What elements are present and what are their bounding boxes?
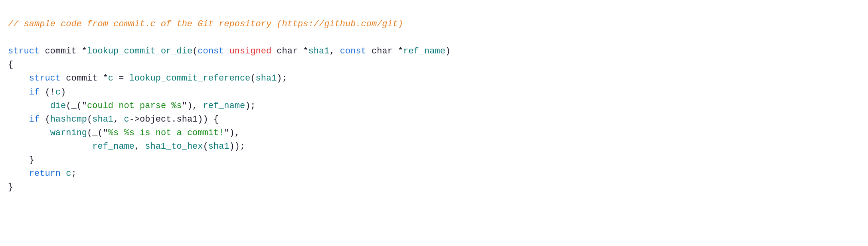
if-keyword-2: if	[29, 114, 40, 124]
func-lookup-commit-ref: lookup_commit_reference	[129, 73, 251, 83]
param-sha1-3: sha1	[92, 114, 113, 124]
open-brace: {	[8, 60, 13, 70]
const-keyword-1: const	[198, 46, 224, 56]
var-c-3: c	[124, 114, 129, 124]
param-sha1-1: sha1	[308, 46, 330, 56]
normal-text-4: (	[40, 114, 50, 124]
normal-paren-7: "),	[182, 101, 203, 111]
func-warning: warning	[50, 128, 87, 138]
normal-arrow: ->object.sha1)) {	[129, 114, 219, 124]
normal-paren-4: );	[277, 73, 287, 83]
code-container: // sample code from commit.c of the Git …	[8, 4, 860, 194]
close-brace-outer: }	[8, 182, 13, 192]
normal-text-1: commit *	[40, 46, 87, 56]
func-die: die	[50, 101, 66, 111]
normal-paren-13: ));	[229, 142, 245, 152]
normal-comma-1: ,	[329, 46, 340, 56]
param-ref-name-1: ref_name	[403, 46, 445, 56]
string-1: could not parse %s	[87, 101, 182, 111]
var-c-2: c	[55, 87, 61, 97]
normal-paren-6: (_("	[66, 101, 87, 111]
normal-comma-2: ,	[113, 114, 124, 124]
func-sha1-to-hex: sha1_to_hex	[145, 142, 203, 152]
struct-keyword-1: struct	[8, 46, 40, 56]
string-2: %s %s is not a commit!	[108, 128, 224, 138]
normal-paren-1: (	[192, 46, 198, 56]
normal-paren-2: )	[445, 46, 451, 56]
struct-keyword-2: struct	[29, 73, 61, 83]
comment-line: // sample code from commit.c of the Git …	[8, 19, 403, 29]
return-keyword: return	[29, 169, 61, 179]
normal-paren-9: (	[87, 114, 92, 124]
normal-space-3: char *	[366, 46, 403, 56]
param-ref-name-3: ref_name	[92, 142, 134, 152]
normal-text-2: commit *	[61, 73, 108, 83]
function-name: lookup_commit_or_die	[87, 46, 192, 56]
func-hashcmp: hashcmp	[50, 114, 87, 124]
param-sha1-4: sha1	[208, 142, 229, 152]
param-ref-name-2: ref_name	[203, 101, 245, 111]
normal-semicolon: ;	[71, 169, 76, 179]
close-brace-inner: }	[29, 155, 34, 165]
normal-comma-3: ,	[134, 142, 145, 152]
var-c-4: c	[66, 169, 71, 179]
param-sha1-2: sha1	[256, 73, 277, 83]
normal-text-3: (!	[40, 87, 55, 97]
const-keyword-2: const	[340, 46, 366, 56]
if-keyword-1: if	[29, 87, 40, 97]
normal-assign: =	[113, 73, 129, 83]
normal-paren-11: "),	[224, 128, 240, 138]
normal-space-2: char *	[271, 46, 308, 56]
normal-paren-8: );	[245, 101, 255, 111]
normal-paren-12: (	[203, 142, 208, 152]
normal-space-1	[224, 46, 229, 56]
var-c: c	[108, 73, 113, 83]
normal-paren-10: (_("	[87, 128, 108, 138]
normal-paren-3: (	[250, 73, 255, 83]
normal-text-5	[61, 169, 66, 179]
normal-paren-5: )	[61, 87, 66, 97]
unsigned-keyword: unsigned	[229, 46, 272, 56]
